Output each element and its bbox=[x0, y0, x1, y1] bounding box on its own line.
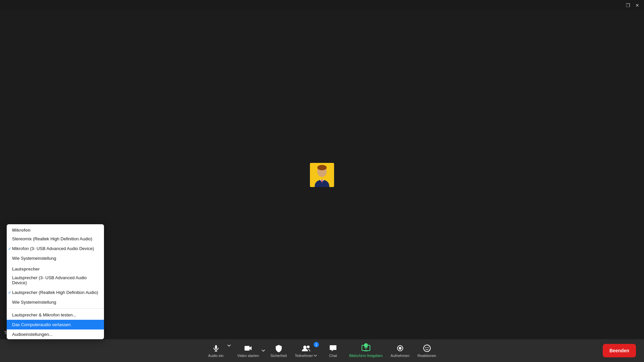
dropdown-lautsprecher-realtek[interactable]: Lautsprecher (Realtek High Definition Au… bbox=[7, 288, 104, 297]
dropdown-test-btn[interactable]: Lautsprecher & Mikrofon testen... bbox=[7, 310, 104, 320]
chat-button[interactable]: Chat bbox=[322, 341, 344, 360]
record-button[interactable]: Aufnehmen bbox=[388, 341, 412, 360]
svg-point-8 bbox=[307, 346, 310, 348]
participants-label: Teilnehmer bbox=[295, 354, 313, 358]
video-chevron-button[interactable] bbox=[262, 348, 265, 354]
dropdown-leave-audio[interactable]: Das Computeraudio verlassen bbox=[7, 320, 104, 329]
audio-label: Audio ein bbox=[208, 354, 224, 358]
dropdown-divider-1 bbox=[7, 308, 104, 309]
mikrofon-section-title: Mikrofon bbox=[7, 224, 104, 234]
camera-icon bbox=[244, 344, 253, 353]
chat-label: Chat bbox=[329, 354, 337, 358]
reactions-label: Reaktionen bbox=[418, 354, 436, 358]
svg-point-7 bbox=[303, 346, 307, 349]
security-label: Sicherheit bbox=[270, 354, 287, 358]
security-icon bbox=[274, 344, 283, 353]
participant-avatar bbox=[310, 163, 334, 187]
restore-button[interactable]: ❐ bbox=[624, 1, 632, 9]
svg-point-16 bbox=[427, 347, 428, 348]
screen-share-label: Bildschirm freigeben bbox=[349, 354, 383, 358]
share-active-indicator bbox=[364, 343, 368, 347]
record-label: Aufnehmen bbox=[391, 354, 410, 358]
end-meeting-button[interactable]: Beenden bbox=[603, 344, 636, 357]
participants-icon: 1 bbox=[301, 344, 311, 353]
title-bar: ❐ ✕ bbox=[0, 0, 644, 11]
lautsprecher-section-title: Lautsprecher bbox=[7, 263, 104, 273]
video-label: Video starten bbox=[237, 354, 259, 358]
svg-point-13 bbox=[399, 347, 401, 350]
dropdown-wie-system-mikrofon[interactable]: Wie Systemeinstellung bbox=[7, 253, 104, 263]
screen-share-button[interactable]: Bildschirm freigeben bbox=[346, 341, 385, 360]
svg-point-15 bbox=[425, 347, 426, 348]
audio-dropdown-menu[interactable]: Mikrofon Stereomix (Realtek High Definit… bbox=[7, 224, 104, 339]
audio-group: Audio ein bbox=[205, 341, 232, 360]
svg-rect-10 bbox=[364, 351, 368, 351]
microphone-icon bbox=[211, 344, 221, 353]
reactions-button[interactable]: Reaktionen bbox=[415, 341, 439, 360]
dropdown-wie-system-lautsprecher[interactable]: Wie Systemeinstellung bbox=[7, 297, 104, 307]
video-group: Video starten bbox=[235, 341, 265, 360]
dropdown-stereomix[interactable]: Stereomix (Realtek High Definition Audio… bbox=[7, 234, 104, 244]
svg-point-14 bbox=[424, 345, 430, 352]
participants-count: 1 bbox=[314, 342, 319, 347]
dropdown-lautsprecher-usb[interactable]: Lautsprecher (3- USB Advanced Audio Devi… bbox=[7, 273, 104, 288]
chat-icon bbox=[328, 344, 338, 353]
window-controls: ❐ ✕ bbox=[624, 1, 641, 9]
record-icon bbox=[395, 344, 405, 353]
svg-point-2 bbox=[317, 165, 327, 170]
svg-rect-3 bbox=[215, 345, 217, 349]
svg-rect-6 bbox=[245, 346, 250, 351]
dropdown-audio-settings[interactable]: Audioeinstellungen... bbox=[7, 329, 104, 339]
security-button[interactable]: Sicherheit bbox=[268, 341, 289, 360]
dropdown-mikrofon-usb[interactable]: Mikrofon (3- USB Advanced Audio Device) bbox=[7, 244, 104, 253]
reactions-icon bbox=[422, 344, 432, 353]
participants-button[interactable]: 1 Teilnehmer bbox=[292, 341, 320, 360]
video-button[interactable]: Video starten bbox=[235, 341, 262, 360]
audio-button[interactable]: Audio ein bbox=[205, 341, 227, 360]
main-toolbar: Audio ein Video starten bbox=[0, 339, 644, 362]
audio-chevron-button[interactable] bbox=[227, 341, 232, 360]
close-button[interactable]: ✕ bbox=[633, 1, 641, 9]
